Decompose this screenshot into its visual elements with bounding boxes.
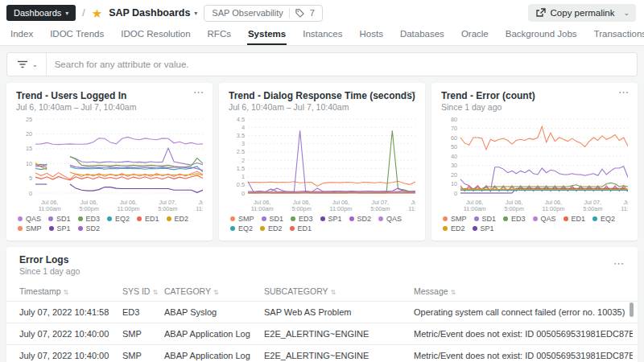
tag-count: 7: [310, 8, 315, 18]
legend-item[interactable]: EQ2: [107, 215, 130, 223]
filter-menu-button[interactable]: ⌄: [7, 60, 46, 68]
svg-text:11:00pm: 11:00pm: [543, 205, 565, 212]
column-header[interactable]: Timestamp⇅: [16, 283, 116, 301]
legend-item[interactable]: QAS: [18, 215, 41, 223]
tab-item[interactable]: Systems: [247, 27, 287, 45]
error-logs-header: Error Logs Since 1 day ago ⋯: [6, 254, 638, 276]
error-logs-time-range: Since 1 day ago: [19, 266, 625, 276]
legend-item[interactable]: ED1: [564, 215, 586, 223]
svg-text:11:00am: 11:00am: [621, 205, 628, 212]
svg-text:0: 0: [29, 190, 32, 197]
svg-text:20: 20: [26, 130, 32, 138]
legend-label: SMP: [451, 215, 467, 223]
legend-item[interactable]: SD2: [349, 215, 372, 223]
line-chart-users-logged-in[interactable]: 0510152025Jul 06,11:00amJul 06,5:00pmJul…: [16, 114, 203, 214]
table-row[interactable]: July 07, 2022 10:40:00 SMP ABAP Applicat…: [6, 344, 638, 362]
search-input[interactable]: [47, 60, 637, 69]
legend-item[interactable]: QAS: [533, 215, 556, 223]
permalink-options-button[interactable]: ⌄: [621, 5, 636, 21]
legend-item[interactable]: ED2: [167, 215, 189, 223]
legend-item[interactable]: ED3: [291, 215, 313, 223]
legend-dot-icon: [167, 216, 171, 221]
line-chart-dialog-response-time[interactable]: 00.511.522.533.544.5Jul 06,11:00amJul 06…: [229, 114, 415, 214]
legend-item[interactable]: SD2: [78, 224, 101, 232]
legend-dot-icon: [78, 226, 83, 231]
sort-icon: ⇅: [331, 289, 336, 296]
tag-label: SAP Observability: [212, 8, 283, 18]
line-chart-error-count[interactable]: 01020304050607080Jul 06,11:00amJul 06,5:…: [441, 114, 628, 214]
dashboards-menu-button[interactable]: Dashboards ▾: [6, 5, 76, 21]
svg-text:4: 4: [242, 124, 245, 131]
tab-item[interactable]: Background Jobs: [505, 27, 578, 45]
legend-item[interactable]: ED1: [137, 215, 159, 223]
chart-time-range: Jul 6, 10:40am – Jul 7, 10:40am: [16, 102, 203, 112]
legend-item[interactable]: SD1: [474, 215, 497, 223]
legend-dot-icon: [443, 216, 448, 221]
legend-label: ED1: [145, 215, 159, 223]
legend-dot-icon: [503, 216, 508, 221]
tab-item[interactable]: RFCs: [207, 27, 232, 45]
legend-label: ED2: [268, 224, 283, 232]
legend-item[interactable]: EQ2: [230, 224, 253, 232]
legend-item[interactable]: SD1: [48, 215, 71, 223]
svg-text:30: 30: [451, 162, 457, 169]
tab-item[interactable]: Index: [10, 27, 34, 45]
svg-text:4.5: 4.5: [237, 116, 245, 123]
column-header[interactable]: SUBCATEGORY⇅: [261, 283, 407, 301]
page-title: SAP Dashboards: [109, 7, 190, 19]
more-options-icon[interactable]: ⋯: [406, 86, 417, 98]
legend-label: SMP: [238, 215, 254, 223]
tab-item[interactable]: Instances: [302, 27, 343, 45]
permalink-icon: [535, 8, 546, 18]
favorite-star-icon[interactable]: ★: [92, 7, 102, 19]
legend-item[interactable]: ED3: [503, 215, 526, 223]
cell-sys-id: SMP: [119, 329, 158, 339]
legend-dot-icon: [230, 216, 235, 221]
legend-item[interactable]: ED1: [290, 224, 312, 232]
column-header[interactable]: Message⇅: [411, 283, 633, 301]
legend-item[interactable]: SP1: [49, 224, 71, 232]
chevron-down-icon: ▾: [65, 10, 68, 17]
legend-item[interactable]: SMP: [18, 224, 42, 232]
table-scrollbar[interactable]: [630, 302, 634, 317]
more-options-icon[interactable]: ⋯: [618, 86, 630, 98]
tab-item[interactable]: IDOC Resolution: [120, 27, 191, 45]
legend-item[interactable]: SMP: [443, 215, 467, 223]
dashboard-title-button[interactable]: SAP Dashboards ▾: [109, 7, 197, 19]
column-header[interactable]: CATEGORY⇅: [161, 283, 258, 301]
legend-label: SD2: [86, 224, 101, 232]
tab-item[interactable]: Oracle: [460, 27, 489, 45]
svg-text:11:00am: 11:00am: [408, 205, 415, 212]
tab-item[interactable]: IDOC Trends: [49, 27, 105, 45]
legend-item[interactable]: SP1: [320, 215, 342, 223]
legend-dot-icon: [349, 216, 354, 221]
dashboard-content: ⌄ Trend - Users Logged In Jul 6, 10:40am…: [0, 46, 644, 362]
copy-permalink-button[interactable]: Copy permalink: [528, 4, 622, 22]
legend-label: QAS: [541, 215, 556, 223]
column-header[interactable]: SYS ID⇅: [119, 283, 158, 301]
more-options-icon[interactable]: ⋯: [193, 86, 204, 98]
svg-text:5:00am: 5:00am: [370, 205, 390, 212]
table-row[interactable]: July 07, 2022 10:41:58 ED3 ABAP Syslog S…: [6, 301, 638, 323]
tags-pill[interactable]: SAP Observability 7: [204, 5, 323, 22]
tab-item[interactable]: Transactions: [593, 27, 644, 45]
legend-item[interactable]: ED2: [443, 224, 465, 232]
top-bar: Dashboards ▾ / ★ SAP Dashboards ▾ SAP Ob…: [0, 0, 644, 23]
filter-icon: [17, 60, 28, 68]
legend-item[interactable]: SP1: [473, 224, 494, 232]
more-options-icon[interactable]: ⋯: [613, 257, 625, 269]
legend-label: EQ2: [238, 224, 253, 232]
cell-category: ABAP Syslog: [161, 307, 258, 317]
legend-item[interactable]: ED3: [78, 215, 101, 223]
table-row[interactable]: July 07, 2022 10:40:00 SMP ABAP Applicat…: [6, 323, 638, 344]
legend-item[interactable]: SD1: [262, 215, 284, 223]
legend-item[interactable]: QAS: [378, 215, 402, 223]
legend-item[interactable]: SMP: [230, 215, 254, 223]
svg-text:2.5: 2.5: [237, 148, 245, 155]
cell-timestamp: July 07, 2022 10:40:00: [16, 329, 116, 339]
legend-label: SP1: [57, 224, 71, 232]
legend-item[interactable]: EQ2: [592, 215, 615, 223]
tab-item[interactable]: Hosts: [358, 27, 383, 45]
tab-item[interactable]: Databases: [399, 27, 445, 45]
legend-item[interactable]: ED2: [260, 224, 283, 232]
